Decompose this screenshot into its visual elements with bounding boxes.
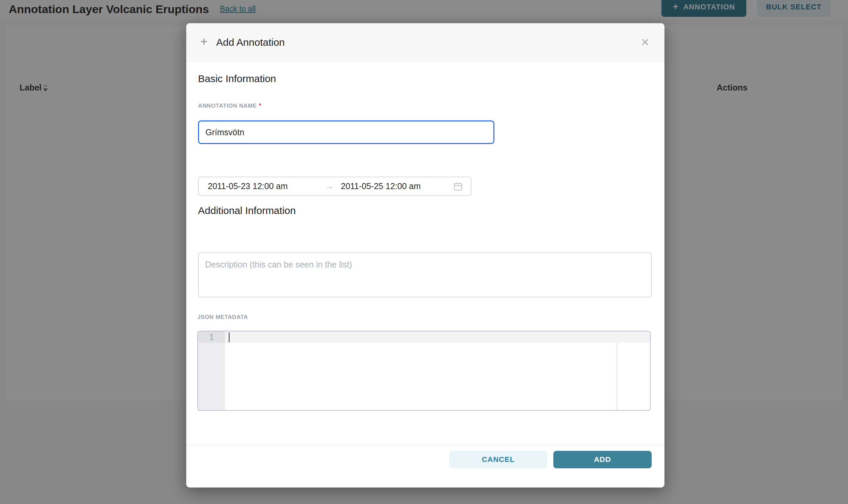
editor-print-margin (617, 343, 617, 410)
section-additional-information: Additional Information (198, 205, 296, 216)
editor-gutter (198, 331, 225, 410)
calendar-icon (453, 182, 463, 191)
date-range-picker[interactable]: 2011-05-23 12:00 am → 2011-05-25 12:00 a… (198, 177, 471, 196)
add-annotation-modal: + Add Annotation ✕ Basic Information ANN… (186, 23, 664, 487)
required-asterisk: * (259, 102, 262, 109)
json-metadata-label: JSON METADATA (197, 314, 248, 321)
section-basic-information: Basic Information (198, 73, 276, 85)
json-metadata-editor[interactable]: 1 (197, 331, 651, 411)
plus-icon: + (201, 36, 207, 48)
date-end-value[interactable]: 2011-05-25 12:00 am (340, 181, 453, 191)
add-button[interactable]: ADD (553, 451, 652, 468)
modal-title: Add Annotation (216, 37, 285, 48)
annotation-name-label: ANNOTATION NAME* (198, 102, 262, 109)
date-start-value[interactable]: 2011-05-23 12:00 am (208, 181, 319, 191)
footer-divider (186, 445, 664, 445)
description-textarea[interactable] (198, 252, 652, 298)
cancel-button[interactable]: CANCEL (449, 451, 547, 468)
text-cursor (229, 332, 230, 342)
editor-line-number: 1 (198, 331, 225, 343)
annotation-name-input[interactable] (198, 121, 495, 144)
app-window: Annotation Layer Volcanic Eruptions Back… (0, 0, 848, 504)
editor-active-line (225, 331, 650, 343)
close-icon[interactable]: ✕ (641, 37, 650, 48)
modal-header: + Add Annotation ✕ (186, 23, 664, 61)
arrow-right-icon: → (319, 181, 340, 192)
